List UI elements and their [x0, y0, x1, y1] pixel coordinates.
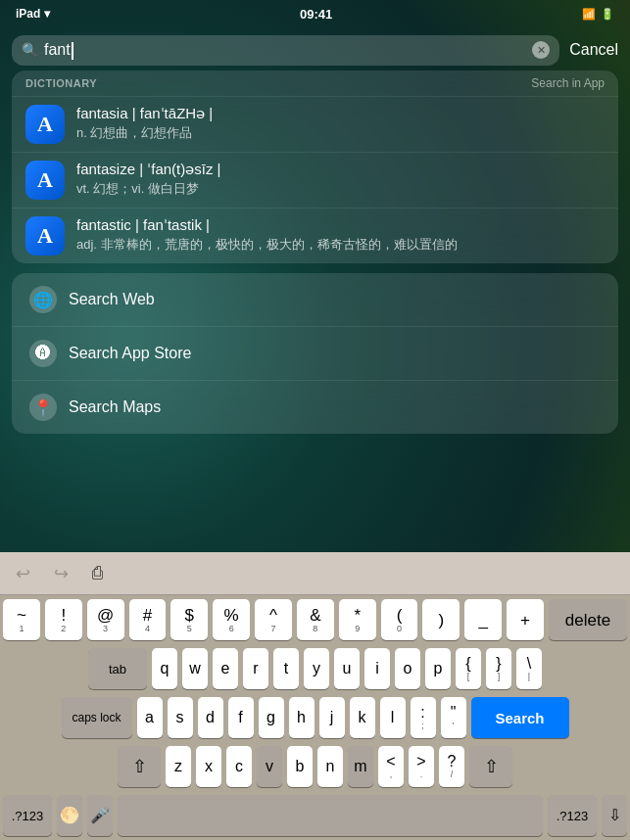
section-header: DICTIONARY Search in App	[12, 70, 618, 96]
key-backslash[interactable]: \|	[516, 648, 542, 689]
key-hash-4[interactable]: #4	[129, 599, 167, 640]
key-tilde-1[interactable]: ~1	[3, 599, 40, 640]
keyboard-dismiss-key[interactable]: ⇩	[602, 795, 627, 836]
key-gt[interactable]: >.	[409, 746, 434, 787]
key-percent-6[interactable]: %6	[213, 599, 250, 640]
search-key[interactable]: Search	[471, 697, 569, 738]
status-time: 09:41	[300, 7, 332, 22]
dict-word-0: fantasia | fanˈtāZHə |	[76, 105, 605, 122]
suggestion-item-0[interactable]: 🌐 Search Web	[12, 273, 618, 326]
caps-lock-key[interactable]: caps lock	[62, 697, 132, 738]
clipboard-button[interactable]: ⎙	[88, 559, 107, 587]
key-e[interactable]: e	[213, 648, 238, 689]
row1: tab q w e r t y u i o p {[ }] \|	[3, 648, 627, 689]
key-s[interactable]: s	[168, 697, 193, 738]
key-a[interactable]: a	[137, 697, 163, 738]
key-dollar-5[interactable]: $5	[170, 599, 208, 640]
key-n[interactable]: n	[317, 746, 343, 787]
dict-item-2[interactable]: A fantastic | fanˈtastik | adj. 非常棒的，荒唐的…	[12, 208, 618, 263]
search-input-text[interactable]: fant	[44, 41, 526, 60]
key-d[interactable]: d	[198, 697, 223, 738]
dict-icon-2: A	[25, 216, 65, 256]
dict-icon-0: A	[25, 105, 65, 144]
key-q[interactable]: q	[152, 648, 177, 689]
dict-icon-1: A	[25, 161, 65, 200]
key-slash[interactable]: ?/	[439, 746, 464, 787]
key-z[interactable]: z	[166, 746, 191, 787]
dict-word-1: fantasize | ˈfan(t)əsīz |	[76, 161, 605, 178]
maps-icon: 📍	[29, 394, 57, 421]
search-in-app-link[interactable]: Search in App	[531, 76, 605, 90]
key-j[interactable]: j	[319, 697, 345, 738]
clear-button[interactable]: ✕	[532, 41, 550, 59]
key-lt[interactable]: <,	[378, 746, 404, 787]
key-y[interactable]: y	[304, 648, 329, 689]
key-t[interactable]: t	[273, 648, 299, 689]
search-icon: 🔍	[22, 42, 38, 58]
dict-item-1[interactable]: A fantasize | ˈfan(t)əsīz | vt. 幻想；vi. 做…	[12, 152, 618, 208]
wifi-indicator: ▾	[44, 7, 50, 21]
suggestions-section: 🌐 Search Web 🅐 Search App Store 📍 Search…	[12, 273, 618, 434]
suggestion-item-2[interactable]: 📍 Search Maps	[12, 380, 618, 434]
undo-button[interactable]: ↩	[12, 559, 34, 588]
key-o[interactable]: o	[395, 648, 420, 689]
key-rbrace[interactable]: }]	[486, 648, 511, 689]
key-i[interactable]: i	[364, 648, 390, 689]
space-key[interactable]	[118, 795, 543, 836]
dict-def-0: n. 幻想曲，幻想作品	[76, 124, 605, 142]
search-input-wrapper[interactable]: 🔍 fant ✕	[12, 35, 559, 66]
status-left: iPad ▾	[16, 7, 50, 21]
key-p[interactable]: p	[425, 648, 451, 689]
dict-content-2: fantastic | fanˈtastik | adj. 非常棒的，荒唐的，极…	[76, 216, 605, 254]
key-caret-7[interactable]: ^7	[255, 599, 292, 640]
search-bar-container: 🔍 fant ✕ Cancel	[0, 35, 630, 66]
key-k[interactable]: k	[350, 697, 375, 738]
delete-key[interactable]: delete	[549, 599, 627, 640]
battery-icon: 🔋	[601, 8, 614, 21]
key-semicolon[interactable]: :;	[411, 697, 436, 738]
keyboard: ~1 !2 @3 #4 $5 %6 ^7 &8 *9 (0 ) _ + dele…	[0, 595, 630, 840]
row2: caps lock a s d f g h j k l :; "' Search	[3, 697, 627, 738]
num-switch-left[interactable]: .?123	[3, 795, 52, 836]
mic-key[interactable]: 🎤	[87, 795, 113, 836]
key-x[interactable]: x	[196, 746, 221, 787]
key-h[interactable]: h	[289, 697, 315, 738]
dict-item-0[interactable]: A fantasia | fanˈtāZHə | n. 幻想曲，幻想作品	[12, 96, 618, 152]
key-minus[interactable]: _	[464, 599, 502, 640]
right-shift-key[interactable]: ⇧	[469, 746, 512, 787]
dict-def-2: adj. 非常棒的，荒唐的，极快的，极大的，稀奇古怪的，难以置信的	[76, 236, 605, 254]
key-lparen-0[interactable]: (0	[381, 599, 418, 640]
text-cursor	[72, 42, 73, 60]
key-exclaim-2[interactable]: !2	[45, 599, 82, 640]
results-panel: DICTIONARY Search in App A fantasia | fa…	[12, 70, 618, 434]
emoji-key[interactable]: 🌕	[57, 795, 82, 836]
key-b[interactable]: b	[287, 746, 313, 787]
keyboard-area: ↩ ↪ ⎙ ~1 !2 @3 #4 $5 %6 ^7 &8 *9 (0 ) _ …	[0, 552, 630, 840]
key-v[interactable]: v	[257, 746, 282, 787]
left-shift-key[interactable]: ⇧	[118, 746, 161, 787]
key-rparen[interactable]: )	[422, 599, 460, 640]
key-r[interactable]: r	[243, 648, 268, 689]
cancel-button[interactable]: Cancel	[569, 41, 618, 59]
redo-button[interactable]: ↪	[50, 559, 73, 588]
wifi-icon: 📶	[582, 8, 596, 21]
key-at-3[interactable]: @3	[87, 599, 124, 640]
keyboard-toolbar: ↩ ↪ ⎙	[0, 552, 630, 595]
key-lbrace[interactable]: {[	[456, 648, 481, 689]
tab-key[interactable]: tab	[88, 648, 147, 689]
key-c[interactable]: c	[226, 746, 252, 787]
key-l[interactable]: l	[380, 697, 406, 738]
key-m[interactable]: m	[348, 746, 373, 787]
num-switch-right[interactable]: .?123	[548, 795, 597, 836]
status-bar: iPad ▾ 09:41 📶 🔋	[0, 0, 630, 27]
suggestion-item-1[interactable]: 🅐 Search App Store	[12, 326, 618, 380]
key-plus[interactable]: +	[507, 599, 544, 640]
key-g[interactable]: g	[259, 697, 284, 738]
dict-content-1: fantasize | ˈfan(t)əsīz | vt. 幻想；vi. 做白日…	[76, 161, 605, 198]
key-star-9[interactable]: *9	[339, 599, 376, 640]
key-quote[interactable]: "'	[441, 697, 466, 738]
key-w[interactable]: w	[182, 648, 208, 689]
key-f[interactable]: f	[228, 697, 254, 738]
key-u[interactable]: u	[334, 648, 360, 689]
key-amp-8[interactable]: &8	[297, 599, 334, 640]
